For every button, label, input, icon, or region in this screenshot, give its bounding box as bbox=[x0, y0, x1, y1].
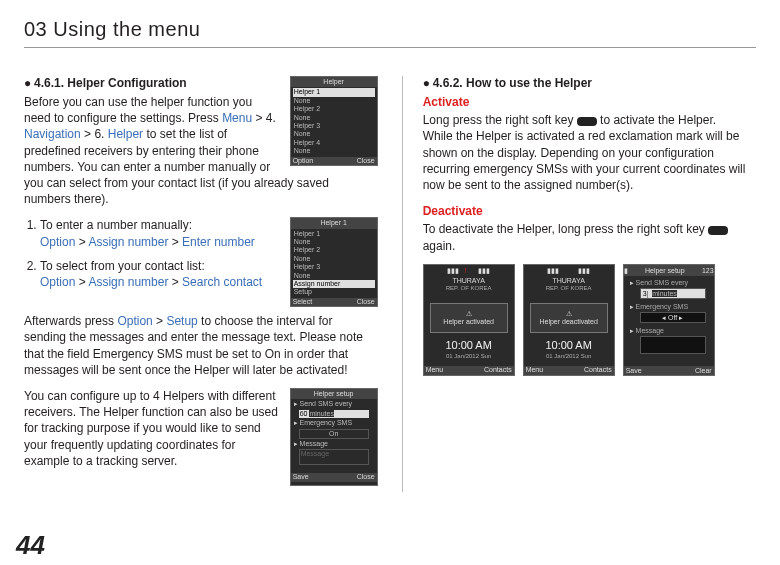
list-item: None bbox=[293, 272, 375, 280]
clock-time: 10:00 AM bbox=[526, 339, 612, 352]
softkey-icon bbox=[577, 117, 597, 126]
list-item: None bbox=[293, 238, 375, 246]
menu-path: Navigation bbox=[24, 127, 81, 141]
phone-screen-deactivated: ▮▮▮ ▮▮▮ THURAYA REP. OF KOREA ⚠Helper de… bbox=[523, 264, 615, 376]
phone-screen-assign-number: Helper 1 Helper 1 None Helper 2 None Hel… bbox=[290, 217, 378, 307]
text-fragment: > 4. bbox=[252, 111, 276, 125]
phone-screen-helper-list: Helper Helper 1 None Helper 2 None Helpe… bbox=[290, 76, 378, 166]
softkey-right: Close bbox=[357, 473, 375, 481]
field-label: ▸ Message bbox=[626, 326, 712, 335]
softkey-icon bbox=[708, 226, 728, 235]
softkey-right: Clear bbox=[695, 366, 712, 375]
list-item: Helper 2 bbox=[293, 246, 375, 254]
clock-date: 01 Jan/2012 Sun bbox=[426, 353, 512, 360]
softkey-left: Save bbox=[293, 473, 309, 481]
field-value: Message bbox=[299, 449, 369, 465]
text-fragment: > bbox=[153, 314, 167, 328]
list-item: Helper 1 bbox=[293, 88, 375, 96]
softkey-left: Option bbox=[293, 157, 314, 165]
list-item: None bbox=[293, 130, 375, 138]
list-item-selected: Assign number bbox=[293, 280, 375, 288]
field-label: ▸ Send SMS every bbox=[626, 278, 712, 287]
field-label: ▸ Emergency SMS bbox=[293, 419, 375, 427]
list-item: Setup bbox=[293, 288, 375, 296]
menu-path: Option bbox=[117, 314, 152, 328]
softkey-right: Close bbox=[357, 157, 375, 165]
screenshot-row: ▮▮▮ ! ▮▮▮ THURAYA REP. OF KOREA ⚠Helper … bbox=[423, 264, 756, 376]
text-fragment: Before you can use the helper function y… bbox=[24, 95, 252, 125]
clock-time: 10:00 AM bbox=[426, 339, 512, 352]
deactivate-label: Deactivate bbox=[423, 203, 756, 219]
list-item: Helper 3 bbox=[293, 122, 375, 130]
text-fragment: > 6. bbox=[81, 127, 108, 141]
section-heading-text: 4.6.2. How to use the Helper bbox=[433, 76, 592, 90]
activate-paragraph: Long press the right soft key to activat… bbox=[423, 112, 756, 193]
softkey-left: Menu bbox=[526, 366, 544, 374]
phone-screen-activated: ▮▮▮ ! ▮▮▮ THURAYA REP. OF KOREA ⚠Helper … bbox=[423, 264, 515, 376]
menu-path: Assign number bbox=[88, 235, 168, 249]
text-fragment: Afterwards press bbox=[24, 314, 117, 328]
softkey-left: Menu bbox=[426, 366, 444, 374]
step-text: To select from your contact list: bbox=[40, 259, 205, 273]
clock-date: 01 Jan/2012 Sun bbox=[526, 353, 612, 360]
text-fragment: While the Helper is activated a red excl… bbox=[423, 129, 746, 192]
list-item: None bbox=[293, 97, 375, 105]
section-heading-howto: ●4.6.2. How to use the Helper bbox=[423, 76, 756, 90]
list-item: Helper 4 bbox=[293, 139, 375, 147]
menu-path: Option bbox=[40, 275, 75, 289]
menu-path: Option bbox=[40, 235, 75, 249]
list-item: None bbox=[293, 114, 375, 122]
menu-path: Helper bbox=[108, 127, 143, 141]
page-number: 44 bbox=[16, 530, 45, 561]
chapter-title: 03 Using the menu bbox=[24, 18, 756, 41]
afterwards-paragraph: Afterwards press Option > Setup to choos… bbox=[24, 313, 378, 378]
text-fragment: Long press the right soft key bbox=[423, 113, 577, 127]
field-value: On bbox=[299, 429, 369, 439]
field-value: 60 minutes bbox=[299, 410, 369, 418]
text-fragment: to activate the Helper. bbox=[597, 113, 716, 127]
list-item: Helper 2 bbox=[293, 105, 375, 113]
carrier-name: THURAYA bbox=[526, 277, 612, 285]
region-name: REP. OF KOREA bbox=[426, 285, 512, 292]
softkey-right: Contacts bbox=[484, 366, 512, 374]
phone-screen-setup-edit: ▮ Helper setup 123 ▸ Send SMS every 3| m… bbox=[623, 264, 715, 376]
list-item: Helper 1 bbox=[293, 230, 375, 238]
screen-title: Helper bbox=[291, 77, 377, 87]
field-value: ◂ Off ▸ bbox=[640, 312, 706, 323]
popup-message: ⚠Helper deactivated bbox=[530, 303, 608, 334]
field-value-selected: 3| minutes bbox=[640, 288, 706, 299]
status-bar: ▮▮▮ ! ▮▮▮ bbox=[426, 267, 512, 275]
region-name: REP. OF KOREA bbox=[526, 285, 612, 292]
softkey-left: Select bbox=[293, 298, 312, 306]
right-column: ●4.6.2. How to use the Helper Activate L… bbox=[402, 76, 756, 492]
left-column: Helper Helper 1 None Helper 2 None Helpe… bbox=[24, 76, 378, 492]
text-fragment: again. bbox=[423, 239, 456, 253]
menu-path: Setup bbox=[166, 314, 197, 328]
phone-screen-helper-setup: Helper setup ▸ Send SMS every 60 minutes… bbox=[290, 388, 378, 486]
step-text: To enter a number manually: bbox=[40, 218, 192, 232]
field-value bbox=[640, 336, 706, 354]
menu-path: Enter number bbox=[182, 235, 255, 249]
section-heading-text: 4.6.1. Helper Configuration bbox=[34, 76, 187, 90]
softkey-left: Save bbox=[626, 366, 642, 375]
header-rule bbox=[24, 47, 756, 48]
content-columns: Helper Helper 1 None Helper 2 None Helpe… bbox=[24, 76, 756, 492]
field-label: ▸ Send SMS every bbox=[293, 400, 375, 408]
softkey-right: Close bbox=[357, 298, 375, 306]
field-label: ▸ Emergency SMS bbox=[626, 302, 712, 311]
screen-title: Helper 1 bbox=[291, 218, 377, 228]
carrier-name: THURAYA bbox=[426, 277, 512, 285]
popup-message: ⚠Helper activated bbox=[430, 303, 508, 334]
activate-label: Activate bbox=[423, 94, 756, 110]
deactivate-paragraph: To deactivate the Helper, long press the… bbox=[423, 221, 756, 253]
menu-path: Search contact bbox=[182, 275, 262, 289]
list-item: None bbox=[293, 255, 375, 263]
menu-path: Menu bbox=[222, 111, 252, 125]
softkey-right: Contacts bbox=[584, 366, 612, 374]
screen-title: ▮ Helper setup 123 bbox=[624, 265, 714, 276]
list-item: Helper 3 bbox=[293, 263, 375, 271]
menu-path: Assign number bbox=[88, 275, 168, 289]
field-label: ▸ Message bbox=[293, 440, 375, 448]
status-bar: ▮▮▮ ▮▮▮ bbox=[526, 267, 612, 275]
screen-title: Helper setup bbox=[291, 389, 377, 399]
